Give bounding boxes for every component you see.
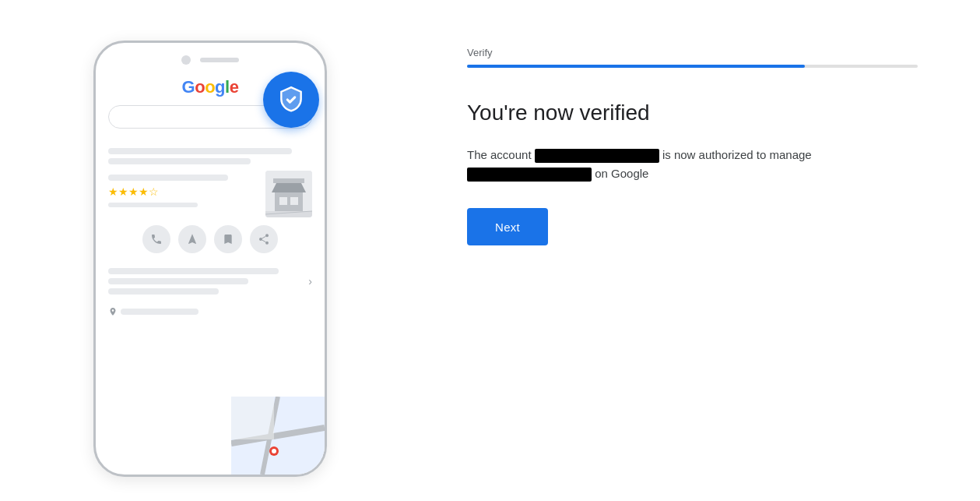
description-middle: is now authorized to manage [662, 148, 812, 161]
call-action-circle [142, 225, 170, 253]
svg-rect-3 [290, 197, 298, 205]
progress-label: Verify [467, 47, 918, 58]
chevron-right-icon: › [308, 275, 312, 288]
phone-call-icon [150, 233, 163, 245]
next-button[interactable]: Next [467, 208, 548, 245]
svg-rect-6 [265, 211, 312, 217]
map-svg [231, 397, 325, 475]
phone-top-bar [96, 43, 325, 72]
svg-line-11 [262, 240, 266, 242]
action-icons-row [108, 225, 312, 253]
redacted-account [535, 149, 659, 163]
location-pin-icon [108, 307, 118, 316]
business-info: ★★★★☆ [108, 171, 258, 211]
phone-speaker [200, 58, 239, 62]
directions-action-circle [178, 225, 206, 253]
verified-description: The account is now authorized to manage … [467, 146, 918, 183]
bookmark-icon [222, 233, 234, 245]
description-before: The account [467, 148, 532, 161]
shield-badge [263, 72, 319, 128]
skeleton-line [108, 278, 248, 284]
skeleton-line [108, 148, 292, 154]
skeleton-line [108, 175, 228, 181]
svg-marker-4 [272, 183, 306, 192]
stars-rating: ★★★★☆ [108, 185, 258, 198]
svg-rect-16 [231, 397, 274, 439]
shield-icon [276, 85, 306, 115]
skeleton-line [108, 158, 251, 164]
progress-bar-fill [467, 65, 805, 68]
skeleton-line [108, 288, 219, 295]
share-icon [258, 233, 270, 245]
svg-point-9 [259, 238, 262, 241]
skeleton-line [108, 268, 279, 274]
svg-line-12 [262, 236, 266, 238]
business-row: ★★★★☆ [108, 171, 312, 217]
svg-point-8 [265, 234, 269, 237]
svg-point-18 [272, 449, 276, 453]
map-area [231, 397, 325, 475]
share-action-circle [250, 225, 278, 253]
phone-wrapper: Google ★★★★☆ [54, 25, 350, 477]
chevron-row: › [108, 261, 312, 302]
phone-content: ★★★★☆ [96, 138, 325, 328]
directions-icon [186, 233, 198, 245]
phone-illustration-panel: Google ★★★★☆ [0, 0, 405, 501]
redacted-business [467, 168, 592, 182]
skeleton-line [108, 203, 198, 207]
progress-bar-track [467, 65, 918, 68]
right-panel: Verify You're now verified The account i… [405, 0, 980, 501]
business-image [265, 171, 312, 217]
store-icon [265, 171, 312, 217]
bookmark-action-circle [214, 225, 242, 253]
progress-section: Verify [467, 47, 918, 68]
skeleton-line [121, 309, 198, 315]
svg-point-10 [265, 241, 269, 244]
phone-camera [181, 55, 191, 65]
description-after: on Google [595, 167, 648, 180]
svg-rect-2 [279, 197, 287, 205]
verified-heading: You're now verified [467, 99, 918, 127]
svg-rect-5 [273, 178, 304, 183]
svg-rect-1 [275, 192, 303, 211]
location-row [108, 305, 312, 319]
